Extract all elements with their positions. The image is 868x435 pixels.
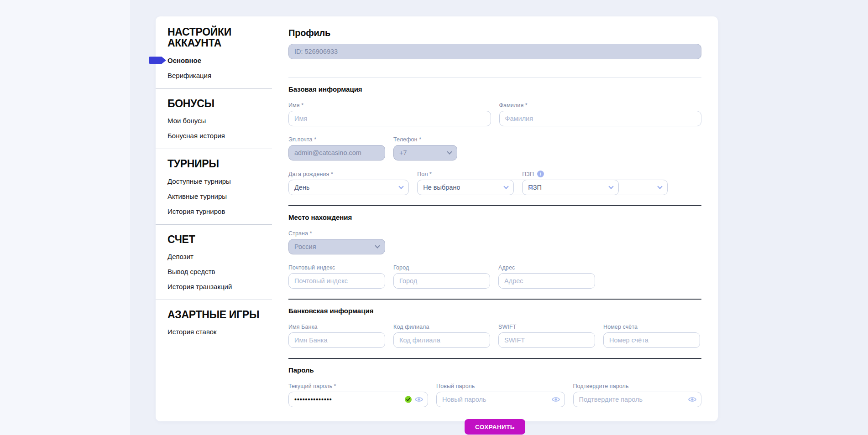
sidebar-item-label: Вывод средств <box>167 268 215 275</box>
new-password-input[interactable] <box>436 392 565 407</box>
valid-check-icon <box>405 396 412 403</box>
sidebar-item-label: Основное <box>167 57 201 64</box>
gender-select[interactable]: Не выбрано <box>417 180 514 195</box>
pep-select[interactable]: ПЗП <box>522 180 619 195</box>
user-id-field <box>288 44 701 59</box>
sidebar-item-verification[interactable]: Верификация <box>167 72 272 79</box>
chevron-down-icon <box>447 149 452 154</box>
country-field: Страна * Россия <box>288 230 385 254</box>
birth-day-select[interactable]: День <box>288 180 409 195</box>
swift-input[interactable] <box>498 332 595 348</box>
phone-code-select[interactable]: +7 <box>393 145 457 161</box>
swift-field: SWIFT <box>498 324 595 348</box>
section-title-basic-info: Базовая информация <box>288 85 701 93</box>
divider <box>288 205 701 206</box>
section-title-password: Пароль <box>288 366 701 374</box>
eye-icon[interactable] <box>415 397 423 403</box>
bank-name-field: Имя Банка <box>288 324 385 348</box>
new-password-field: Новый пароль <box>436 383 565 407</box>
sidebar-item-label: Мои бонусы <box>167 117 206 124</box>
info-icon[interactable]: i <box>537 171 544 177</box>
branch-code-label: Код филиала <box>393 324 490 330</box>
account-number-field: Номер счёта <box>603 324 700 348</box>
phone-field: Телефон * +7 <box>393 136 457 161</box>
sidebar-item-label: Депозит <box>167 253 193 260</box>
pep-label: ПЗП <box>522 171 534 177</box>
branch-code-field: Код филиала <box>393 324 490 348</box>
sidebar-item-my-bonuses[interactable]: Мои бонусы <box>167 117 272 124</box>
sidebar-divider <box>156 88 272 89</box>
chevron-down-icon <box>609 184 614 189</box>
sidebar-section-tournaments: ТУРНИРЫ <box>167 158 272 169</box>
page-title: Профиль <box>288 28 701 38</box>
birth-date-label: Дата рождения * <box>288 171 409 177</box>
section-title-bank-info: Банковская информация <box>288 307 701 315</box>
address-label: Адрес <box>498 264 595 271</box>
gender-field: Пол * Не выбрано <box>417 171 514 195</box>
bank-name-input[interactable] <box>288 332 385 348</box>
last-name-field: Фамилия * <box>499 102 702 126</box>
sidebar-item-bets-history[interactable]: История ставок <box>167 328 272 336</box>
sidebar: НАСТРОЙКИ АККАУНТА Основное Верификация … <box>156 16 272 421</box>
chevron-down-icon <box>375 243 380 248</box>
sidebar-item-label: Доступные турниры <box>167 177 231 185</box>
sidebar-item-deposit[interactable]: Депозит <box>167 253 272 260</box>
account-number-input[interactable] <box>603 332 700 348</box>
first-name-label: Имя * <box>288 102 491 109</box>
divider <box>288 299 701 300</box>
email-field: Эл.почта * <box>288 136 385 161</box>
city-input[interactable] <box>393 273 490 289</box>
birth-date-field: Дата рождения * День Месяц Год <box>288 171 409 195</box>
country-label: Страна * <box>288 230 385 237</box>
country-value: Россия <box>294 243 316 250</box>
phone-code-value: +7 <box>399 149 407 156</box>
country-select[interactable]: Россия <box>288 239 385 254</box>
active-item-arrow-icon <box>149 57 166 64</box>
eye-icon[interactable] <box>552 397 560 403</box>
postal-code-field: Почтовый индекс <box>288 264 385 289</box>
confirm-password-field: Подтвердите пароль <box>573 383 702 407</box>
sidebar-item-label: История ставок <box>167 328 217 336</box>
confirm-password-input[interactable] <box>573 392 702 407</box>
sidebar-item-label: Активные турниры <box>167 192 227 200</box>
gender-value: Не выбрано <box>423 184 460 191</box>
sidebar-section-gambling: АЗАРТНЫЕ ИГРЫ <box>167 309 272 320</box>
eye-icon[interactable] <box>688 397 696 403</box>
first-name-input[interactable] <box>288 111 491 126</box>
chevron-down-icon <box>657 184 662 189</box>
city-label: Город <box>393 264 490 271</box>
phone-label: Телефон * <box>393 136 457 143</box>
account-number-label: Номер счёта <box>603 324 700 330</box>
sidebar-divider <box>156 149 272 149</box>
new-password-label: Новый пароль <box>436 383 565 389</box>
sidebar-section-account-settings: НАСТРОЙКИ АККАУНТА <box>167 26 272 49</box>
sidebar-item-active-tournaments[interactable]: Активные турниры <box>167 192 272 200</box>
save-button[interactable]: СОХРАНИТЬ <box>465 419 525 435</box>
sidebar-item-main[interactable]: Основное <box>167 57 272 64</box>
chevron-down-icon <box>504 184 509 189</box>
chevron-down-icon <box>399 184 404 189</box>
sidebar-item-tournament-history[interactable]: История турниров <box>167 207 272 215</box>
address-field: Адрес <box>498 264 595 289</box>
address-input[interactable] <box>498 273 595 289</box>
email-label: Эл.почта * <box>288 136 385 143</box>
sidebar-item-available-tournaments[interactable]: Доступные турниры <box>167 177 272 185</box>
sidebar-item-bonus-history[interactable]: Бонусная история <box>167 132 272 140</box>
email-input <box>288 145 385 161</box>
confirm-password-label: Подтвердите пароль <box>573 383 702 389</box>
sidebar-item-label: История турниров <box>167 207 225 215</box>
last-name-input[interactable] <box>499 111 702 126</box>
gender-label: Пол * <box>417 171 514 177</box>
branch-code-input[interactable] <box>393 332 490 348</box>
postal-code-label: Почтовый индекс <box>288 264 385 271</box>
sidebar-section-account: СЧЕТ <box>167 234 272 245</box>
last-name-label: Фамилия * <box>499 102 702 109</box>
postal-code-input[interactable] <box>288 273 385 289</box>
pep-field: ПЗП i ПЗП <box>522 171 619 195</box>
bank-name-label: Имя Банка <box>288 324 385 330</box>
sidebar-item-transaction-history[interactable]: История транзакций <box>167 283 272 290</box>
birth-day-value: День <box>294 184 309 191</box>
sidebar-item-withdrawal[interactable]: Вывод средств <box>167 268 272 275</box>
city-field: Город <box>393 264 490 289</box>
page-left-strip <box>0 0 130 435</box>
